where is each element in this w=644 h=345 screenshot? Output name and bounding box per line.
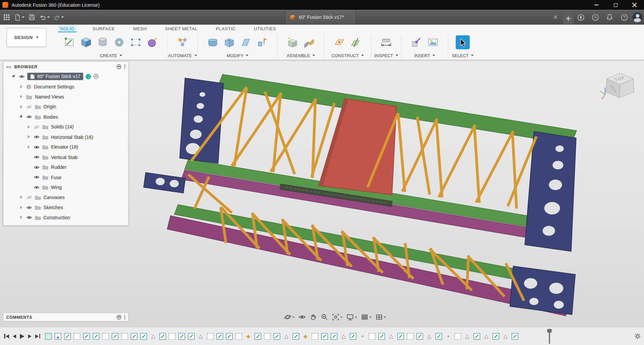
eye-icon[interactable] — [34, 145, 40, 149]
timeline-feature-triangle-icon[interactable]: △ — [283, 333, 290, 340]
group-label-inspect[interactable]: INSPECT — [374, 52, 398, 59]
group-label-insert[interactable]: INSERT — [414, 52, 435, 59]
split-body-icon[interactable] — [255, 34, 270, 50]
minimize-button[interactable] — [587, 0, 606, 10]
timeline-feature-dashed-icon[interactable] — [74, 333, 80, 340]
timeline-feature-sketch-icon[interactable] — [83, 333, 90, 340]
timeline-feature-sketch-icon[interactable] — [254, 333, 261, 340]
expand-arrow[interactable] — [19, 85, 24, 89]
timeline-feature-yellow-icon[interactable]: ◆ — [302, 333, 309, 340]
timeline-feature-sketch-icon[interactable] — [321, 333, 328, 340]
timeline-feature-sketch-icon[interactable] — [331, 333, 337, 340]
timeline-feature-sphere-icon[interactable]: ● — [359, 333, 366, 340]
collapse-panel-icon[interactable]: «« — [6, 64, 11, 69]
pan-icon[interactable] — [310, 313, 317, 321]
step-forward-button[interactable] — [28, 334, 32, 338]
maximize-button[interactable] — [606, 0, 625, 10]
timeline-feature-sketch-icon[interactable] — [416, 333, 423, 340]
browser-item-named-views[interactable]: Named Views — [4, 92, 128, 102]
eye-icon[interactable] — [34, 175, 40, 180]
sweep-icon[interactable] — [112, 34, 126, 50]
browser-root-item[interactable]: 60" Fusion Stick v17 — [4, 71, 128, 82]
browser-item-construction[interactable]: Construction — [4, 213, 128, 223]
group-label-create[interactable]: CREATE — [100, 52, 122, 59]
skip-to-start-button[interactable] — [4, 334, 9, 338]
center-mark-badge[interactable] — [94, 74, 99, 79]
timeline-settings-gear-icon[interactable] — [635, 333, 641, 341]
timeline-feature-sketch-icon[interactable] — [293, 333, 299, 340]
eye-icon[interactable] — [26, 115, 32, 119]
timeline-feature-sketch-icon[interactable] — [93, 333, 99, 340]
timeline-feature-canvas-icon[interactable] — [55, 333, 62, 340]
cloud-sync-badge[interactable] — [86, 74, 91, 79]
timeline-feature-sphere-icon[interactable]: ● — [445, 333, 452, 340]
revolve-icon[interactable] — [95, 34, 110, 50]
timeline-feature-dashed-icon[interactable] — [312, 333, 318, 340]
model-navy-corner-top-left[interactable] — [179, 78, 224, 163]
browser-item-rudder[interactable]: Rudder — [4, 162, 128, 172]
expand-arrow[interactable] — [12, 74, 16, 78]
ribbon-tab-plastic[interactable]: PLASTIC — [214, 25, 238, 33]
timeline-feature-dashed-icon[interactable] — [407, 333, 413, 340]
extrude-icon[interactable] — [79, 34, 93, 50]
timeline-feature-dashed-icon[interactable] — [169, 333, 175, 340]
timeline-feature-dashed-icon[interactable] — [207, 333, 214, 340]
comments-bar[interactable]: COMMENTS — [3, 313, 128, 321]
group-label-construct[interactable]: CONSTRUCT — [331, 52, 364, 59]
eye-hidden-icon[interactable] — [34, 125, 40, 129]
timeline-feature-sketch-icon[interactable] — [350, 333, 357, 340]
timeline-feature-sketch-icon[interactable] — [112, 333, 118, 340]
create-sketch-icon[interactable] — [62, 34, 77, 50]
eye-icon[interactable] — [34, 135, 40, 139]
browser-item-document-settings[interactable]: Document Settings — [4, 82, 128, 92]
eye-icon[interactable] — [26, 205, 32, 209]
expand-arrow[interactable] — [19, 205, 24, 209]
browser-item-horizontal-stab-16[interactable]: Horizontal Stab (16) — [4, 132, 128, 142]
grid-settings-icon[interactable] — [361, 313, 372, 321]
viewports-icon[interactable] — [375, 313, 386, 321]
timeline-feature-triangle-icon[interactable]: △ — [426, 333, 433, 340]
timeline-feature-yellow-icon[interactable]: ◆ — [245, 333, 252, 340]
joint-icon[interactable] — [302, 34, 317, 50]
insert-derive-icon[interactable] — [409, 34, 424, 50]
new-tab-button[interactable] — [563, 12, 574, 25]
timeline-feature-dashed-icon[interactable] — [264, 333, 271, 340]
timeline-feature-sketch-icon[interactable] — [397, 333, 404, 340]
close-button[interactable] — [625, 0, 644, 10]
browser-item-elevator-18[interactable]: Elevator (18) — [4, 142, 128, 152]
insert-canvas-icon[interactable] — [426, 34, 440, 50]
timeline-feature-sketch-icon[interactable] — [474, 333, 480, 340]
timeline-scrubber[interactable] — [547, 329, 552, 344]
timeline-feature-sketch-icon[interactable] — [131, 333, 137, 340]
eye-icon[interactable] — [34, 155, 40, 159]
view-cube[interactable]: TOP LEFT — [599, 64, 639, 104]
close-document-icon[interactable] — [551, 12, 561, 22]
draft-icon[interactable] — [238, 34, 253, 50]
timeline-feature-triangle-icon[interactable]: △ — [464, 333, 471, 340]
orbit-icon[interactable] — [284, 313, 295, 321]
model-navy-corner-left[interactable] — [144, 172, 185, 193]
eye-icon[interactable] — [34, 185, 40, 190]
expand-arrow[interactable] — [19, 95, 24, 99]
group-label-automate[interactable]: AUTOMATE — [168, 52, 197, 59]
timeline-feature-dashed-icon[interactable] — [236, 333, 242, 340]
workspace-selector[interactable]: DESIGN — [7, 28, 46, 47]
file-menu-button[interactable] — [13, 11, 26, 23]
timeline-feature-dashed-icon[interactable] — [121, 333, 128, 340]
timeline-feature-sketch-icon[interactable] — [226, 333, 233, 340]
user-avatar[interactable] — [633, 12, 643, 22]
expand-arrow[interactable] — [19, 195, 24, 199]
timeline-feature-sketch-icon[interactable] — [159, 333, 166, 340]
expand-arrow[interactable] — [19, 105, 24, 109]
undo-button[interactable] — [38, 11, 51, 23]
notifications-bell-icon[interactable] — [603, 11, 616, 24]
timeline-feature-sketch-icon[interactable] — [178, 333, 185, 340]
expand-arrow[interactable] — [27, 135, 31, 139]
browser-item-bodies[interactable]: Bodies — [4, 112, 128, 122]
ribbon-tab-utilities[interactable]: UTILITIES — [252, 25, 278, 33]
timeline-feature-sketch-icon[interactable] — [492, 333, 499, 340]
play-button[interactable] — [20, 334, 25, 339]
expand-arrow[interactable] — [27, 145, 31, 149]
browser-minimize-icon[interactable] — [117, 64, 121, 69]
measure-icon[interactable] — [379, 34, 394, 50]
